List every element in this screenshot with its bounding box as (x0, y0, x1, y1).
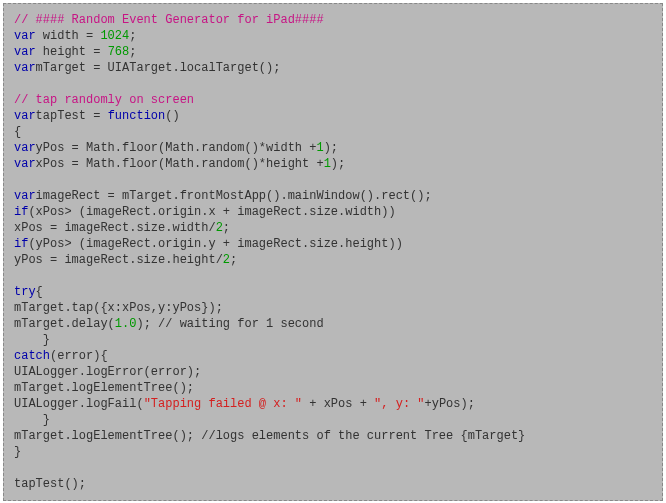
code-token: ", y: " (374, 397, 424, 411)
code-token: ; (129, 45, 136, 59)
code-token: imageRect = mTarget.frontMostApp().mainW… (36, 189, 432, 203)
code-line: xPos = imageRect.size.width/2; (14, 220, 652, 236)
code-token: 2 (216, 221, 223, 235)
code-token: 1024 (100, 29, 129, 43)
code-token: tapTest(); (14, 477, 86, 491)
code-token: "Tapping failed @ x: " (144, 397, 302, 411)
code-token: ; (230, 253, 237, 267)
code-token: var (14, 157, 36, 171)
code-token: { (36, 285, 43, 299)
code-token: var (14, 45, 36, 59)
code-token: (error){ (50, 349, 108, 363)
code-token: + xPos + (302, 397, 374, 411)
code-line (14, 172, 652, 188)
code-line: // tap randomly on screen (14, 92, 652, 108)
code-token: +yPos); (425, 397, 475, 411)
code-token: function (108, 109, 166, 123)
code-line: var width = 1024; (14, 28, 652, 44)
code-line: var height = 768; (14, 44, 652, 60)
code-line: varxPos = Math.floor(Math.random()*heigh… (14, 156, 652, 172)
code-token: if (14, 237, 28, 251)
code-token: 768 (108, 45, 130, 59)
code-token: // #### Random Event Generator for iPad#… (14, 13, 324, 27)
code-token: yPos = imageRect.size.height/ (14, 253, 223, 267)
code-line: UIALogger.logFail("Tapping failed @ x: "… (14, 396, 652, 412)
code-line: varmTarget = UIATarget.localTarget(); (14, 60, 652, 76)
code-line: try{ (14, 284, 652, 300)
code-snippet: // #### Random Event Generator for iPad#… (3, 3, 663, 501)
code-token: { (14, 125, 21, 139)
code-token: 1 (316, 141, 323, 155)
code-line: mTarget.tap({x:xPos,y:yPos}); (14, 300, 652, 316)
code-token: try (14, 285, 36, 299)
code-token: UIALogger.logFail( (14, 397, 144, 411)
code-token: height = (36, 45, 108, 59)
code-token: mTarget.logElementTree(); //logs element… (14, 429, 525, 443)
code-line: // #### Random Event Generator for iPad#… (14, 12, 652, 28)
code-line (14, 76, 652, 92)
code-token: UIALogger.logError(error); (14, 365, 201, 379)
code-token: (yPos> (imageRect.origin.y + imageRect.s… (28, 237, 402, 251)
code-token: var (14, 61, 36, 75)
code-line: } (14, 412, 652, 428)
code-line: varyPos = Math.floor(Math.random()*width… (14, 140, 652, 156)
code-token: ); // waiting for 1 second (136, 317, 323, 331)
code-token: catch (14, 349, 50, 363)
code-token: ; (129, 29, 136, 43)
code-line: catch(error){ (14, 348, 652, 364)
code-line: if(yPos> (imageRect.origin.y + imageRect… (14, 236, 652, 252)
code-token: mTarget.delay( (14, 317, 115, 331)
code-token: (xPos> (imageRect.origin.x + imageRect.s… (28, 205, 395, 219)
code-line: yPos = imageRect.size.height/2; (14, 252, 652, 268)
code-token: ); (331, 157, 345, 171)
code-token: xPos = Math.floor(Math.random()*height + (36, 157, 324, 171)
code-token: // tap randomly on screen (14, 93, 194, 107)
code-line (14, 268, 652, 284)
code-line (14, 460, 652, 476)
code-token: width = (36, 29, 101, 43)
code-line: mTarget.logElementTree(); (14, 380, 652, 396)
code-token: if (14, 205, 28, 219)
code-token: tapTest = (36, 109, 108, 123)
code-token: ; (223, 221, 230, 235)
code-line: } (14, 444, 652, 460)
code-token: mTarget.tap({x:xPos,y:yPos}); (14, 301, 223, 315)
code-token: mTarget = UIATarget.localTarget(); (36, 61, 281, 75)
code-token: var (14, 29, 36, 43)
code-line: mTarget.logElementTree(); //logs element… (14, 428, 652, 444)
code-line: mTarget.delay(1.0); // waiting for 1 sec… (14, 316, 652, 332)
code-token: yPos = Math.floor(Math.random()*width + (36, 141, 317, 155)
code-token: var (14, 141, 36, 155)
code-token: 2 (223, 253, 230, 267)
code-token: mTarget.logElementTree(); (14, 381, 194, 395)
code-token: ); (324, 141, 338, 155)
code-line: { (14, 124, 652, 140)
code-token: var (14, 189, 36, 203)
code-token: 1 (324, 157, 331, 171)
code-token: } (14, 445, 21, 459)
code-line: if(xPos> (imageRect.origin.x + imageRect… (14, 204, 652, 220)
code-line: } (14, 332, 652, 348)
code-token: var (14, 109, 36, 123)
code-token: () (165, 109, 179, 123)
code-line: UIALogger.logError(error); (14, 364, 652, 380)
code-line: varimageRect = mTarget.frontMostApp().ma… (14, 188, 652, 204)
code-token: 1.0 (115, 317, 137, 331)
code-token: } (14, 413, 50, 427)
code-token: } (14, 333, 50, 347)
code-line: tapTest(); (14, 476, 652, 492)
code-token: xPos = imageRect.size.width/ (14, 221, 216, 235)
code-line: vartapTest = function() (14, 108, 652, 124)
